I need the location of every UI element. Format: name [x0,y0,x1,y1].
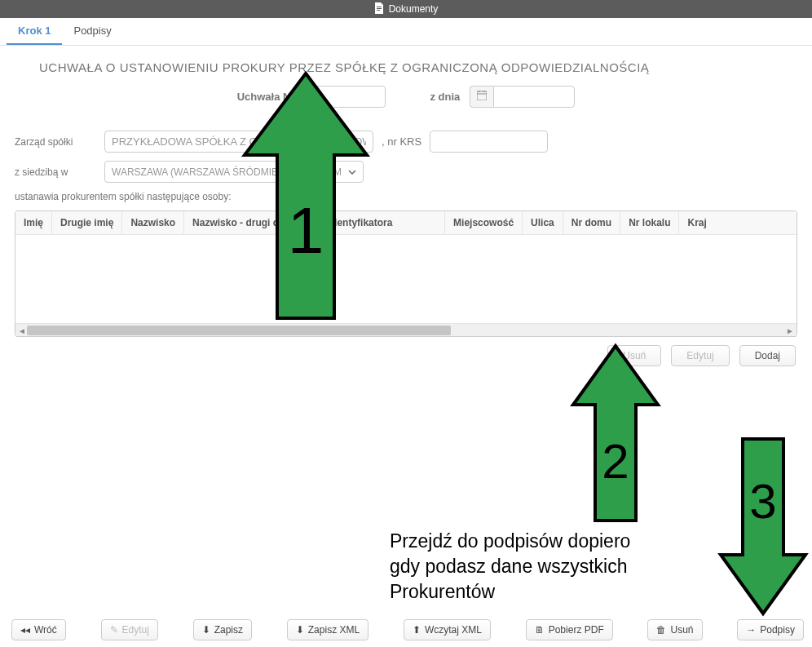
date-label: z dnia [430,91,460,103]
annotation-text-line-1: Przejdź do podpisów dopiero [390,529,732,554]
svg-text:3: 3 [749,474,776,529]
title-bar-text: Dokumenty [389,3,439,15]
footer-edit-button[interactable]: ✎ Edytuj [101,619,158,640]
load-xml-label: Wczytaj XML [425,624,482,636]
horizontal-scrollbar[interactable]: ◄ ► [15,323,797,336]
signatures-label: Podpisy [760,624,795,636]
title-bar: Dokumenty [0,0,812,18]
footer-edit-label: Edytuj [122,624,149,636]
download-pdf-button[interactable]: 🗎 Pobierz PDF [526,619,613,640]
seat-select[interactable]: WARSZAWA (WARSZAWA ŚRÓDMIEŚCIE, WOJ. MAZ… [104,161,364,183]
col-nazwisko: Nazwisko [122,211,184,234]
table-body [15,235,797,323]
resolution-date-input[interactable] [493,86,575,108]
col-nr-lokalu: Nr lokalu [620,211,679,234]
rewind-icon: ◂◂ [20,624,30,636]
file-icon: 🗎 [535,624,545,636]
save-xml-label: Zapisz XML [308,624,360,636]
signatures-button[interactable]: → Podpisy [737,619,804,640]
tab-krok-1[interactable]: Krok 1 [7,18,62,45]
add-row-button[interactable]: Dodaj [739,345,796,366]
col-nr-identyfikatora: Nr identyfikatora [307,211,445,234]
edit-icon: ✎ [110,624,118,636]
svg-rect-0 [477,91,487,100]
trash-icon: 🗑 [656,624,666,636]
chevron-down-icon[interactable] [342,162,363,182]
company-row: Zarząd spółki , nr KRS [15,131,797,153]
calendar-icon[interactable] [470,86,493,108]
scroll-left-icon[interactable]: ◄ [18,326,26,335]
tab-strip: Krok 1 Podpisy [0,18,812,46]
table-action-row: Usuń Edytuj Dodaj [15,337,797,370]
tab-podpisy[interactable]: Podpisy [62,18,122,45]
col-drugie-imie: Drugie imię [52,211,122,234]
footer-delete-label: Usuń [670,624,693,636]
save-button[interactable]: ⬇ Zapisz [193,619,252,640]
number-label: Uchwała Nr [237,91,295,103]
load-xml-button[interactable]: ⬆ Wczytaj XML [404,619,491,640]
download-pdf-label: Pobierz PDF [549,624,604,636]
resolution-number-input[interactable] [304,86,386,108]
scroll-thumb[interactable] [27,326,451,335]
table-header: Imię Drugie imię Nazwisko Nazwisko - dru… [15,211,797,235]
col-ulica: Ulica [523,211,563,234]
annotation-text-line-3: Prokurentów [390,579,732,605]
upload-icon: ⬆ [413,624,421,636]
download-icon: ⬇ [202,624,210,636]
edit-row-button[interactable]: Edytuj [671,345,729,366]
resolution-header-row: Uchwała Nr z dnia [15,86,797,108]
content-area: UCHWAŁA O USTANOWIENIU PROKURY PRZEZ SPÓ… [0,46,812,378]
col-miejscowosc: Miejscowość [445,211,523,234]
col-kraj: Kraj [679,211,714,234]
back-button-label: Wróć [34,624,57,636]
annotation-text: Przejdź do podpisów dopiero gdy podasz d… [390,529,732,605]
footer-delete-button[interactable]: 🗑 Usuń [647,619,702,640]
svg-text:2: 2 [602,434,629,489]
zarzad-label: Zarząd spółki [15,136,96,148]
col-nazwisko-drugi: Nazwisko - drugi człon [184,211,307,234]
footer-toolbar: ◂◂ Wróć ✎ Edytuj ⬇ Zapisz ⬇ Zapisz XML ⬆… [8,619,807,640]
col-nr-domu: Nr domu [563,211,620,234]
document-icon [374,2,384,16]
delete-row-button[interactable]: Usuń [607,345,661,366]
appoints-text: ustanawia prokurentem spółki następujące… [15,191,797,202]
arrow-right-icon: → [746,624,756,636]
annotation-text-line-2: gdy podasz dane wszystkich [390,554,732,579]
download-icon: ⬇ [296,624,304,636]
persons-table: Imię Drugie imię Nazwisko Nazwisko - dru… [15,210,797,337]
krs-label: , nr KRS [382,135,421,148]
save-xml-button[interactable]: ⬇ Zapisz XML [287,619,368,640]
company-name-input[interactable] [104,131,373,153]
scroll-right-icon[interactable]: ► [786,326,794,335]
krs-number-input[interactable] [430,131,548,153]
document-title: UCHWAŁA O USTANOWIENIU PROKURY PRZEZ SPÓ… [15,54,797,86]
col-imie: Imię [15,211,52,234]
annotation-arrow-3: 3 [714,432,812,620]
siedziba-label: z siedzibą w [15,166,96,178]
back-button[interactable]: ◂◂ Wróć [11,619,66,640]
date-picker [470,86,575,108]
seat-row: z siedzibą w WARSZAWA (WARSZAWA ŚRÓDMIEŚ… [15,161,797,183]
save-label: Zapisz [214,624,243,636]
seat-select-value: WARSZAWA (WARSZAWA ŚRÓDMIEŚCIE, WOJ. MAZ… [105,162,342,182]
